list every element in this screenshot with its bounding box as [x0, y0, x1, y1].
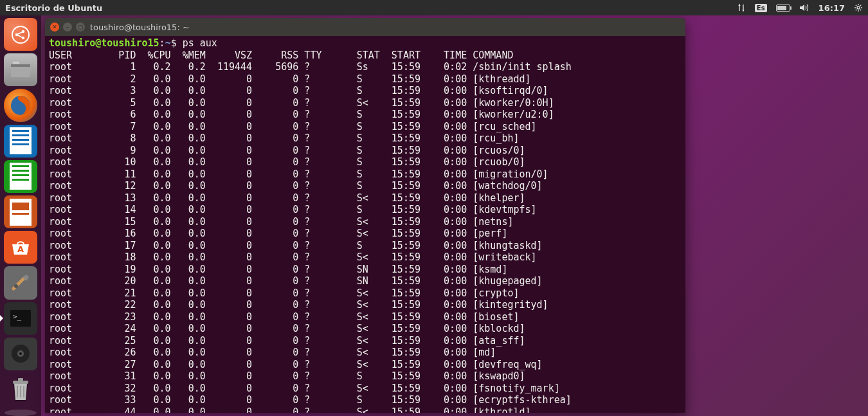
svg-rect-7 — [13, 62, 19, 64]
network-icon[interactable] — [737, 3, 746, 12]
launcher-files[interactable] — [4, 53, 37, 86]
svg-text:A: A — [17, 244, 24, 254]
launcher-software[interactable]: A — [4, 231, 37, 264]
clock[interactable]: 16:17 — [818, 3, 845, 13]
launcher-shelf — [5, 410, 37, 416]
launcher-firefox[interactable] — [4, 89, 37, 122]
terminal-title: toushiro@toushiro15: ~ — [90, 23, 190, 32]
volume-icon[interactable] — [799, 3, 809, 12]
launcher-dash[interactable] — [4, 18, 37, 51]
terminal-body[interactable]: toushiro@toushiro15:~$ ps aux USER PID %… — [45, 36, 685, 413]
top-menu-bar: Escritorio de Ubuntu Es 16:17 — [0, 0, 868, 15]
svg-rect-6 — [11, 64, 30, 67]
minimize-icon[interactable]: – — [63, 23, 72, 32]
keyboard-indicator[interactable]: Es — [755, 4, 767, 12]
battery-icon[interactable] — [776, 5, 790, 12]
svg-point-0 — [857, 6, 860, 9]
launcher-settings[interactable] — [4, 266, 37, 299]
window-title: Escritorio de Ubuntu — [5, 3, 737, 13]
launcher-terminal[interactable]: >_ — [4, 302, 37, 335]
svg-point-15 — [19, 352, 22, 355]
close-icon[interactable]: ✕ — [50, 23, 59, 32]
svg-rect-17 — [18, 378, 23, 381]
launcher-impress[interactable] — [4, 195, 37, 228]
terminal-window: ✕ – ▢ toushiro@toushiro15: ~ toushiro@to… — [45, 18, 685, 413]
svg-point-10 — [14, 284, 18, 288]
launcher-calc[interactable] — [4, 160, 37, 193]
maximize-icon[interactable]: ▢ — [76, 23, 85, 32]
svg-rect-16 — [13, 381, 28, 384]
unity-launcher: A >_ — [0, 15, 41, 416]
launcher-trash[interactable] — [4, 373, 37, 406]
launcher-amazon[interactable] — [4, 338, 37, 370]
launcher-writer[interactable] — [4, 125, 37, 158]
gear-icon[interactable] — [854, 3, 863, 12]
svg-point-1 — [12, 26, 29, 43]
svg-text:>_: >_ — [13, 312, 22, 321]
terminal-titlebar[interactable]: ✕ – ▢ toushiro@toushiro15: ~ — [45, 18, 685, 36]
